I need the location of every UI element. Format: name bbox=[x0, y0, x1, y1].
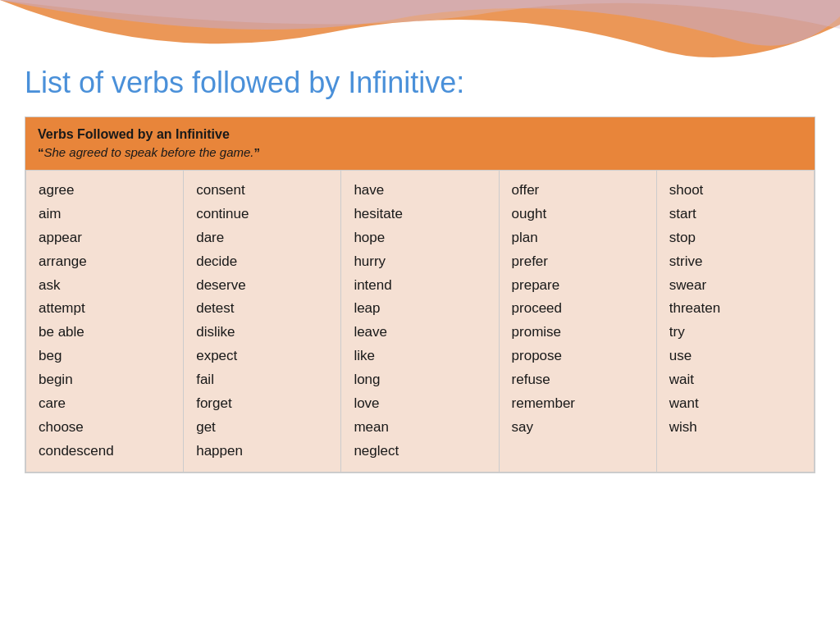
verbs-table-container: Verbs Followed by an Infinitive “She agr… bbox=[25, 116, 815, 473]
col1-cell: agreeaimappeararrangeaskattemptbe ablebe… bbox=[26, 171, 184, 472]
col5-cell: shootstartstopstriveswearthreatentryusew… bbox=[656, 171, 814, 472]
col3-cell: havehesitatehopehurryintendleapleavelike… bbox=[341, 171, 499, 472]
open-quote: “ bbox=[38, 145, 44, 159]
close-quote: ” bbox=[254, 145, 261, 159]
verbs-table: agreeaimappeararrangeaskattemptbe ablebe… bbox=[25, 170, 815, 472]
header-subtitle-text: She agreed to speak before the game. bbox=[44, 145, 254, 159]
page-title: List of verbs followed by Infinitive: bbox=[25, 66, 815, 100]
verbs-row: agreeaimappeararrangeaskattemptbe ablebe… bbox=[26, 171, 815, 472]
col4-cell: offeroughtplanpreferprepareproceedpromis… bbox=[499, 171, 656, 472]
table-header: Verbs Followed by an Infinitive “She agr… bbox=[25, 117, 815, 170]
table-header-title: Verbs Followed by an Infinitive bbox=[38, 127, 802, 142]
table-header-subtitle: “She agreed to speak before the game.” bbox=[38, 145, 260, 159]
page-content: List of verbs followed by Infinitive: Ve… bbox=[0, 0, 840, 490]
col2-cell: consentcontinuedaredecidedeservedetestdi… bbox=[184, 171, 341, 472]
